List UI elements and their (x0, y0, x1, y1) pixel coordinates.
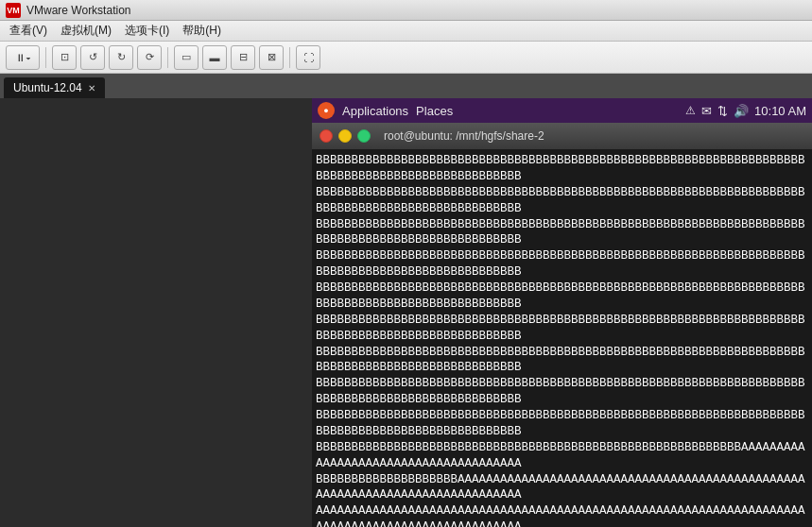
toolbar-sep-1 (45, 47, 46, 68)
menubar: 查看(V) 虚拟机(M) 选项卡(I) 帮助(H) (0, 21, 812, 42)
terminal-title-text: root@ubuntu: /mnt/hgfs/share-2 (384, 129, 544, 143)
ubuntu-topbar: ● Applications Places ⚠ ✉ ⇅ 🔊 10:10 AM (312, 98, 812, 123)
window-maximize-button[interactable] (357, 129, 371, 143)
tab-ubuntu[interactable]: Ubuntu-12.04 ✕ (4, 77, 105, 98)
view4-icon: ⊠ (268, 51, 276, 63)
vmware-logo: VM (6, 3, 21, 18)
mail-icon: ✉ (701, 104, 712, 118)
applications-menu[interactable]: Applications (342, 104, 408, 118)
fullscreen-icon: ⛶ (303, 52, 314, 63)
left-panel (0, 98, 156, 527)
view3-icon: ⊟ (239, 51, 248, 63)
titlebar: VM VMware Workstation (0, 0, 812, 21)
view4-button[interactable]: ⊠ (259, 45, 284, 70)
window-close-button[interactable] (320, 129, 333, 143)
ubuntu-logo: ● (318, 102, 335, 119)
view3-button[interactable]: ⊟ (231, 45, 255, 70)
warning-icon: ⚠ (685, 104, 696, 117)
view1-button[interactable]: ▭ (174, 45, 199, 70)
topbar-right: ⚠ ✉ ⇅ 🔊 10:10 AM (685, 104, 806, 118)
view2-button[interactable]: ▬ (202, 45, 227, 70)
pause-button[interactable]: ⏸▾ (6, 45, 40, 70)
tab-bar: Ubuntu-12.04 ✕ (0, 74, 812, 98)
clock: 10:10 AM (754, 104, 806, 118)
window-minimize-button[interactable] (338, 129, 352, 143)
vm-display: ● Applications Places ⚠ ✉ ⇅ 🔊 10:10 AM (312, 98, 812, 527)
revert-icon: ↺ (89, 51, 97, 63)
toolbar-sep-2 (167, 47, 168, 68)
pause-icon: ⏸▾ (15, 52, 31, 63)
tab-label: Ubuntu-12.04 (13, 81, 82, 94)
toolbar-sep-3 (289, 47, 290, 68)
screencap-button[interactable]: ⊡ (52, 45, 77, 70)
terminal-window: root@ubuntu: /mnt/hgfs/share-2 BBBBBBBBB… (312, 123, 812, 527)
content-area: ● Applications Places ⚠ ✉ ⇅ 🔊 10:10 AM (0, 98, 812, 527)
menu-vm[interactable]: 虚拟机(M) (55, 21, 117, 41)
restore-button[interactable]: ⟳ (137, 45, 162, 70)
menu-tab[interactable]: 选项卡(I) (119, 21, 175, 41)
view1-icon: ▭ (181, 51, 191, 63)
toolbar: ⏸▾ ⊡ ↺ ↻ ⟳ ▭ ▬ ⊟ ⊠ ⛶ (0, 42, 812, 74)
terminal-content[interactable]: BBBBBBBBBBBBBBBBBBBBBBBBBBBBBBBBBBBBBBBB… (312, 149, 812, 527)
restore-icon: ⟳ (146, 51, 154, 63)
menu-help[interactable]: 帮助(H) (177, 21, 227, 41)
app-title: VMware Workstation (26, 4, 130, 17)
tab-close-button[interactable]: ✕ (88, 83, 95, 94)
volume-icon: 🔊 (734, 104, 749, 118)
snapshot-button[interactable]: ↻ (109, 45, 133, 70)
revert-button[interactable]: ↺ (80, 45, 105, 70)
places-menu[interactable]: Places (416, 104, 453, 118)
network-icon: ⇅ (717, 104, 728, 118)
menu-view[interactable]: 查看(V) (4, 21, 53, 41)
snapshot-icon: ↻ (117, 51, 126, 63)
fullscreen-button[interactable]: ⛶ (296, 45, 320, 70)
app-window: VM VMware Workstation 查看(V) 虚拟机(M) 选项卡(I… (0, 0, 812, 527)
view2-icon: ▬ (210, 52, 220, 63)
screencap-icon: ⊡ (60, 51, 69, 63)
terminal-titlebar: root@ubuntu: /mnt/hgfs/share-2 (312, 123, 812, 149)
